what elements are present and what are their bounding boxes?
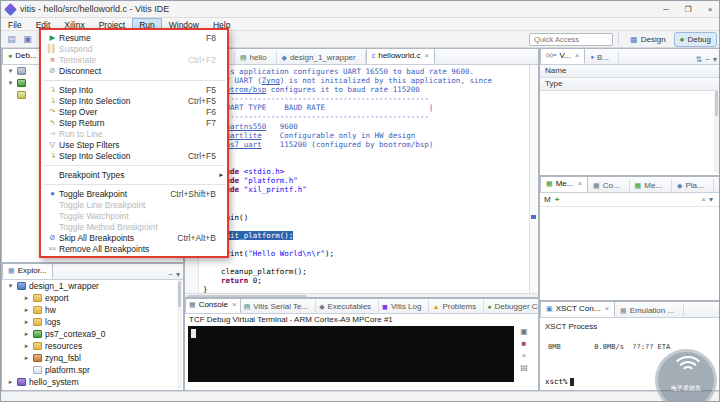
step-return-icon: ↰: [45, 118, 59, 127]
terminal-icon[interactable]: ▣: [520, 328, 528, 336]
debug-perspective-icon: ●: [680, 35, 685, 44]
menu-item[interactable]: Toggle Watchpoint: [41, 210, 227, 221]
variables-tabs: (x)= V... × ● B... ⇅ −: [540, 49, 720, 65]
terminate-icon: ■: [45, 55, 59, 64]
menu-item[interactable]: ↴ Step Into F5: [41, 84, 227, 95]
menu-item[interactable]: ↴ Step Into Selection Ctrl+F5: [41, 150, 227, 161]
close-icon[interactable]: ×: [522, 352, 527, 360]
xsct-tab[interactable]: ▣ XSCT Con... ×: [540, 301, 615, 317]
code-line: #include <stdio.h>: [203, 167, 529, 176]
close-tab-icon[interactable]: ×: [424, 51, 429, 60]
menu-item[interactable]: Breakpoint Types ▸: [41, 169, 227, 180]
resume-icon: ▶: [45, 33, 59, 42]
minimize-button[interactable]: ─: [655, 1, 677, 17]
stop-icon[interactable]: ■: [522, 340, 527, 348]
menu-item[interactable]: Toggle Line Breakpoint: [41, 199, 227, 210]
menu-item[interactable]: ■ Terminate Ctrl+F2: [41, 54, 227, 65]
explorer-tree-item[interactable]: ▾ design_1_wrapper: [2, 280, 183, 292]
pin-console-icon[interactable]: ▤: [520, 364, 528, 372]
window-title: vitis - hello/src/helloworld.c - Vitis I…: [20, 4, 169, 14]
explorer-tree-item[interactable]: ▸ hello_system: [2, 376, 183, 388]
xsct-prompt[interactable]: xsct%: [545, 377, 574, 386]
memory-tab[interactable]: ▦ Me...: [630, 179, 672, 192]
console-tab[interactable]: ◆ Executables: [316, 300, 379, 313]
console-tab[interactable]: ● Debugger Co...: [484, 300, 539, 313]
explorer-tree-item[interactable]: ▸ resources: [2, 340, 183, 352]
close-button[interactable]: ×: [699, 1, 720, 17]
menu-item[interactable]: ×× Remove All Breakpoints: [41, 243, 227, 254]
editor-tabs: ▦ system ▤ hello ◆ design_1_wrapper: [185, 49, 538, 65]
column-header-type[interactable]: Type: [540, 78, 720, 91]
code-line: *---------------------------------------…: [203, 94, 529, 103]
c-file-icon: c: [372, 52, 376, 59]
save-icon[interactable]: ▣: [21, 33, 34, 46]
memory-tab[interactable]: ▦ Me... ×: [540, 176, 588, 192]
console-tab[interactable]: ◼ Vitis Log: [379, 300, 429, 313]
console-tab[interactable]: ▤ Vitis Serial Te...: [241, 300, 316, 313]
menu-item: [43, 180, 225, 185]
menu-item[interactable]: ▌▌ Suspend: [41, 43, 227, 54]
variables-scrollbar[interactable]: [714, 89, 719, 173]
code-line: */: [203, 149, 529, 158]
variables-panel: (x)= V... × ● B... ⇅ −: [539, 48, 720, 176]
overview-ruler: [529, 65, 538, 293]
variables-tab[interactable]: ● B...: [585, 51, 619, 64]
menu-item[interactable]: Toggle Method Breakpoint: [41, 221, 227, 232]
console-tab[interactable]: ▦ Console ×: [185, 298, 241, 313]
menu-item[interactable]: ▶ Resume F8: [41, 32, 227, 43]
explorer-scrollbar[interactable]: [177, 280, 182, 388]
perspective-button[interactable]: ▦ Design: [624, 32, 671, 47]
vitis-logo-icon: [4, 3, 17, 16]
memory-tab[interactable]: ◆ Pla...: [672, 179, 714, 192]
quick-access-box[interactable]: Quick Access: [529, 33, 613, 46]
menu-item[interactable]: ⊘ Skip All Breakpoints Ctrl+Alt+B: [41, 232, 227, 243]
close-tab-icon[interactable]: ×: [577, 179, 582, 188]
view-menu-icon[interactable]: ▾: [176, 271, 180, 279]
close-tab-icon[interactable]: ×: [604, 304, 609, 313]
app-tab-icon: ▤: [240, 54, 247, 61]
menu-item[interactable]: ↰ Step Return F7: [41, 117, 227, 128]
explorer-tree-item[interactable]: ▸ export: [2, 292, 183, 304]
menu-item[interactable]: ● Toggle Breakpoint Ctrl+Shift+B: [41, 188, 227, 199]
editor-tab[interactable]: ▤ hello: [235, 51, 277, 64]
memory-tab[interactable]: ▦ Co...: [588, 179, 630, 192]
column-header-name[interactable]: Name: [540, 65, 720, 78]
xsct-tab[interactable]: ▦ Emulation ...: [615, 304, 684, 317]
console-tab[interactable]: ▲ Problems: [429, 300, 484, 313]
explorer-tree-item[interactable]: ▸ zynq_fsbl: [2, 352, 183, 364]
ruler-mark: [531, 215, 536, 219]
menu-item[interactable]: ⇥ Run to Line: [41, 128, 227, 139]
collapse-all-icon[interactable]: −: [168, 271, 173, 279]
tab-explorer[interactable]: ▦ Explor...: [2, 263, 53, 279]
explorer-tree-item[interactable]: platform.spr: [2, 364, 183, 376]
debug-virtual-terminal[interactable]: [188, 326, 514, 382]
menubar-item[interactable]: File: [1, 18, 29, 30]
view-menu-icon[interactable]: ▾: [709, 196, 713, 204]
menu-item[interactable]: ▽ Use Step Filters: [41, 139, 227, 150]
close-tab-icon[interactable]: ×: [575, 51, 580, 60]
close-tab-icon[interactable]: ×: [232, 300, 237, 309]
view-menu-icon[interactable]: ▾: [713, 56, 717, 64]
explorer-tree-item[interactable]: ▸ logs: [2, 316, 183, 328]
maximize-button[interactable]: ❐: [677, 1, 699, 17]
perspective-button[interactable]: ● Debug: [674, 32, 717, 47]
breakpoints-icon: ●: [590, 54, 594, 61]
remove-monitor-icon[interactable]: ×: [701, 196, 706, 204]
add-memory-monitor-icon[interactable]: +: [555, 196, 560, 204]
menu-item[interactable]: ⊘ Disconnect: [41, 65, 227, 76]
memory-tabs: ▦ Me... × ▦ Co... ▦ Me... ◆: [540, 177, 720, 193]
new-icon[interactable]: ▤: [5, 33, 18, 46]
code-editor[interactable]: * This application configures UART 16550…: [185, 65, 538, 293]
menu-item[interactable]: ↷ Step Over F6: [41, 106, 227, 117]
vitis-log-icon: ◼: [382, 303, 388, 310]
variables-tab[interactable]: (x)= V... ×: [540, 48, 585, 64]
explorer-tree-item[interactable]: ▸ ps7_cortexa9_0: [2, 328, 183, 340]
editor-tab[interactable]: c helloworld.c ×: [366, 48, 435, 64]
menu-item[interactable]: ↴ Step Into Selection Ctrl+F5: [41, 95, 227, 106]
explorer-tree-item[interactable]: ▸ hw: [2, 304, 183, 316]
bug-icon: ●: [8, 52, 12, 59]
editor-tab[interactable]: ◆ design_1_wrapper: [277, 51, 366, 64]
file-icon: [33, 366, 42, 374]
show-columns-icon[interactable]: ⇅: [696, 56, 703, 64]
collapse-all-icon[interactable]: −: [705, 56, 710, 64]
